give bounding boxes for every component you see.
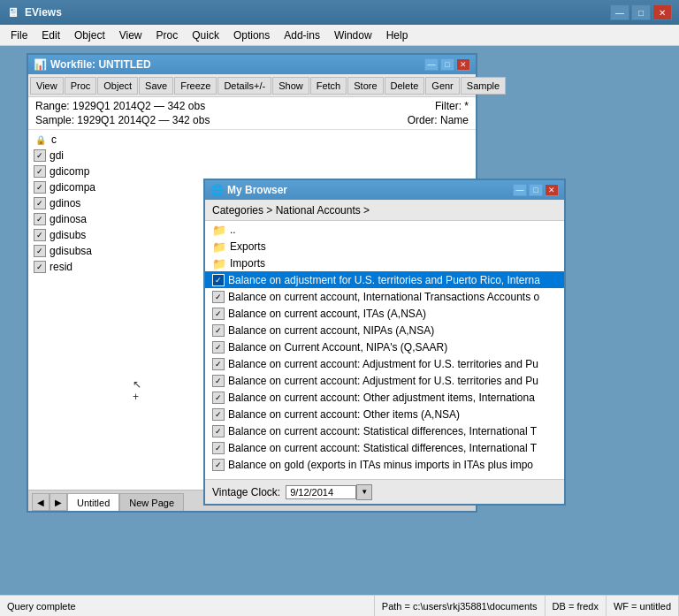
list-item[interactable]: 📁 Exports — [205, 238, 564, 255]
menu-addins[interactable]: Add-ins — [277, 27, 327, 43]
list-item[interactable]: ✓ Balance on current account: Adjustment… — [205, 372, 564, 389]
workfile-title: Workfile: UNTITLED — [50, 58, 151, 71]
list-item[interactable]: 📁 .. — [205, 221, 564, 238]
tb-proc[interactable]: Proc — [65, 77, 97, 95]
close-button[interactable]: ✕ — [652, 4, 672, 20]
list-item[interactable]: ✓ Balance on Current Account, NIPA's (Q,… — [205, 338, 564, 355]
browser-title-bar: 🌐 My Browser — □ ✕ — [205, 180, 564, 200]
series-checkbox: ✓ — [212, 459, 225, 471]
tb-store[interactable]: Store — [347, 77, 383, 95]
workfile-icon: 📊 — [34, 58, 47, 71]
tb-show[interactable]: Show — [272, 77, 309, 95]
range-label: Range: 1929Q1 2014Q2 — 342 obs — [35, 99, 205, 113]
list-item[interactable]: ✓ Balance on current account: Other item… — [205, 406, 564, 422]
tab-right-arrow[interactable]: ▶ — [50, 493, 67, 511]
menu-object[interactable]: Object — [67, 27, 112, 43]
menu-edit[interactable]: Edit — [34, 27, 67, 43]
list-item[interactable]: ✓ gdi — [30, 148, 474, 164]
browser-list[interactable]: 📁 .. 📁 Exports 📁 Imports ✓ Balance on ad… — [205, 221, 564, 479]
list-item[interactable]: 📁 Imports — [205, 255, 564, 271]
main-area: 📊 Workfile: UNTITLED — □ ✕ View Proc Obj… — [0, 46, 679, 616]
workfile-controls: — □ ✕ — [424, 58, 470, 71]
list-item[interactable]: ✓ Balance on gold (exports in ITAs minus… — [205, 456, 564, 473]
browser-minimize[interactable]: — — [513, 184, 527, 196]
breadcrumb: Categories > National Accounts > — [205, 200, 564, 221]
series-checkbox: ✓ — [212, 358, 225, 370]
series-checkbox: ✓ — [212, 408, 225, 421]
workfile-info: Range: 1929Q1 2014Q2 — 342 obs Filter: *… — [28, 97, 476, 130]
app-icon: 🖥 — [7, 5, 19, 19]
vintage-input[interactable] — [286, 485, 356, 499]
series-checkbox: ✓ — [212, 341, 225, 354]
status-query: Query complete — [0, 596, 375, 616]
list-item[interactable]: 🔒 c — [30, 132, 474, 148]
tb-genr[interactable]: Genr — [425, 77, 459, 95]
menu-help[interactable]: Help — [379, 27, 416, 43]
cursor: ↖+ — [133, 378, 141, 403]
folder-icon: 📁 — [212, 257, 226, 270]
menu-view[interactable]: View — [112, 27, 149, 43]
list-item[interactable]: ✓ Balance on current account, Internatio… — [205, 288, 564, 305]
series-checkbox: ✓ — [212, 375, 225, 387]
vintage-label: Vintage Clock: — [212, 486, 280, 498]
menu-window[interactable]: Window — [327, 27, 379, 43]
menu-quick[interactable]: Quick — [185, 27, 226, 43]
tb-save[interactable]: Save — [139, 77, 173, 95]
series-checkbox: ✓ — [212, 308, 225, 320]
workfile-title-bar: 📊 Workfile: UNTITLED — □ ✕ — [28, 55, 476, 74]
vintage-bar: Vintage Clock: ▼ — [205, 479, 564, 504]
menu-file[interactable]: File — [4, 27, 34, 43]
checkbox-icon: ✓ — [34, 245, 46, 257]
list-item[interactable]: ✓ Balance on current account: Other adju… — [205, 389, 564, 406]
workfile-toolbar: View Proc Object Save Freeze Details+/- … — [28, 74, 476, 97]
folder-up-icon: 📁 — [212, 224, 226, 236]
browser-title: My Browser — [227, 184, 287, 196]
series-checkbox: ✓ — [212, 324, 225, 337]
menu-options[interactable]: Options — [226, 27, 277, 43]
browser-window: 🌐 My Browser — □ ✕ Categories > National… — [203, 179, 566, 506]
tb-freeze[interactable]: Freeze — [174, 77, 217, 95]
filter-label: Filter: * — [435, 99, 469, 113]
checkbox-icon: ✓ — [34, 149, 46, 162]
list-item[interactable]: ✓ Balance on current account, NIPAs (A,N… — [205, 322, 564, 338]
list-item[interactable]: ✓ gdicomp — [30, 164, 474, 179]
list-item[interactable]: ✓ Balance on current account: Statistica… — [205, 422, 564, 439]
workfile-close[interactable]: ✕ — [456, 58, 470, 71]
tb-delete[interactable]: Delete — [385, 77, 425, 95]
checkbox-icon: ✓ — [34, 229, 46, 241]
browser-maximize[interactable]: □ — [529, 184, 543, 196]
browser-close[interactable]: ✕ — [545, 184, 559, 196]
tab-untitled[interactable]: Untitled — [67, 493, 119, 511]
browser-controls: — □ ✕ — [513, 184, 559, 196]
app-title: EViews — [25, 6, 62, 19]
workfile-maximize[interactable]: □ — [440, 58, 454, 71]
checkbox-icon: ✓ — [34, 197, 46, 209]
maximize-button[interactable]: □ — [631, 4, 651, 20]
menu-proc[interactable]: Proc — [149, 27, 186, 43]
tb-view[interactable]: View — [30, 77, 64, 95]
minimize-button[interactable]: — — [610, 4, 629, 20]
checkbox-icon: ✓ — [34, 261, 46, 273]
checkbox-icon: ✓ — [34, 181, 46, 194]
list-item-selected[interactable]: ✓ Balance on adjustment for U.S. territo… — [205, 271, 564, 288]
app-title-bar: 🖥 EViews — □ ✕ — [0, 0, 679, 25]
series-checkbox: ✓ — [212, 392, 225, 404]
tab-new-page[interactable]: New Page — [119, 493, 184, 511]
series-checkbox: ✓ — [212, 291, 225, 303]
tb-sample[interactable]: Sample — [461, 77, 506, 95]
status-path: Path = c:\users\rkj35881\documents — [375, 596, 545, 616]
workfile-minimize[interactable]: — — [424, 58, 439, 71]
list-item[interactable]: ✓ Balance on current account: Statistica… — [205, 439, 564, 456]
vintage-dropdown-button[interactable]: ▼ — [356, 484, 372, 500]
lock-icon: 🔒 — [34, 133, 48, 146]
sample-label: Sample: 1929Q1 2014Q2 — 342 obs — [35, 113, 210, 127]
tb-fetch[interactable]: Fetch — [310, 77, 347, 95]
browser-icon: 🌐 — [210, 184, 224, 196]
checkbox-icon: ✓ — [34, 165, 46, 178]
tb-details[interactable]: Details+/- — [217, 77, 271, 95]
browser-content: 📁 .. 📁 Exports 📁 Imports ✓ Balance on ad… — [205, 221, 564, 479]
tb-object[interactable]: Object — [97, 77, 138, 95]
list-item[interactable]: ✓ Balance on current account, ITAs (A,NS… — [205, 305, 564, 322]
list-item[interactable]: ✓ Balance on current account: Adjustment… — [205, 355, 564, 372]
tab-left-arrow[interactable]: ◀ — [32, 493, 50, 511]
